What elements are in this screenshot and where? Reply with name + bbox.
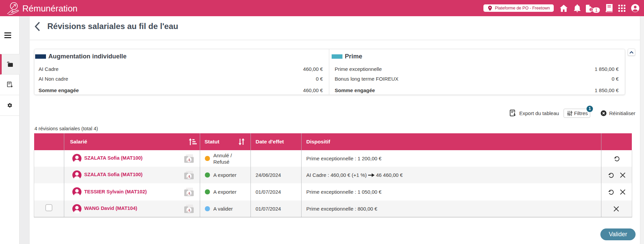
svg-text:A: A	[187, 157, 190, 162]
svg-text:A: A	[187, 174, 190, 179]
svg-text:1: 1	[595, 7, 598, 13]
svg-text:A: A	[187, 208, 190, 213]
svg-text:A: A	[187, 191, 190, 196]
